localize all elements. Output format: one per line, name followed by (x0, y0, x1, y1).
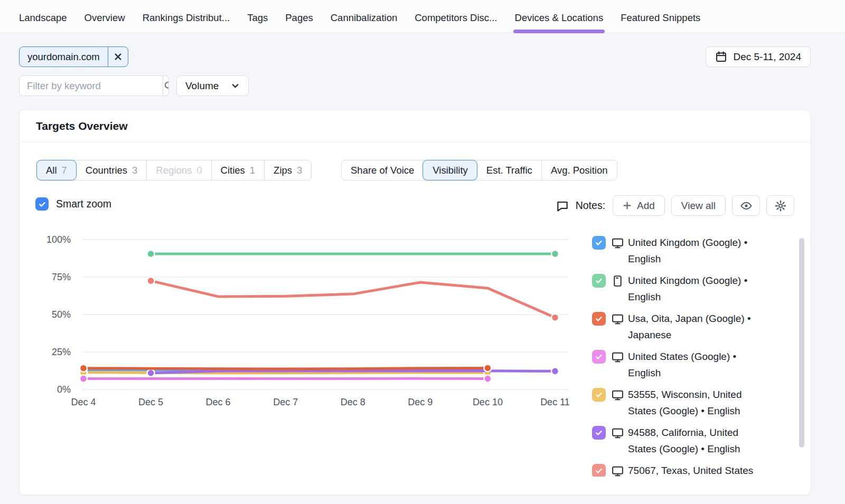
legend-item[interactable]: United States (Google) • English (592, 348, 803, 381)
close-icon[interactable] (108, 47, 128, 66)
legend-checkbox[interactable] (592, 464, 606, 477)
metric-tab-label: Est. Traffic (486, 165, 532, 176)
nav-tab-featured-snippets[interactable]: Featured Snippets (621, 3, 700, 33)
desktop-icon (611, 236, 624, 250)
location-filter-count: 0 (196, 165, 202, 176)
y-axis-tick: 100% (30, 233, 71, 246)
view-all-label: View all (681, 200, 716, 212)
toggle-notes-visibility-button[interactable] (732, 195, 760, 216)
chart-line (151, 281, 555, 318)
nav-tab-cannibalization[interactable]: Cannibalization (331, 3, 398, 33)
x-axis-tick: Dec 8 (324, 396, 382, 408)
top-nav: Landscape Overview Rankings Distribut...… (0, 0, 845, 33)
data-point (484, 364, 491, 372)
volume-dropdown[interactable]: Volume (176, 75, 249, 96)
nav-tab-rankings-distribut[interactable]: Rankings Distribut... (143, 3, 230, 33)
legend-checkbox[interactable] (592, 388, 606, 402)
chart-line (83, 373, 487, 373)
metric-tab-visibility[interactable]: Visibility (423, 160, 476, 180)
smart-zoom-checkbox[interactable] (35, 197, 49, 211)
domain-chip-label: yourdomain.com (20, 47, 108, 66)
gear-icon (774, 199, 787, 212)
chart-settings-button[interactable] (766, 195, 794, 216)
keyword-filter-input[interactable] (20, 76, 163, 96)
smart-zoom-toggle[interactable]: Smart zoom (35, 197, 111, 211)
desktop-icon (611, 312, 624, 326)
data-point (484, 375, 491, 383)
legend-checkbox[interactable] (592, 426, 606, 440)
legend-scrollbar[interactable] (799, 238, 804, 448)
smart-zoom-label: Smart zoom (56, 198, 111, 210)
location-filter-tab-regions[interactable]: Regions 0 (146, 160, 211, 180)
nav-tab-devices-locations[interactable]: Devices & Locations (515, 3, 604, 33)
legend-item-label: Usa, Oita, Japan (Google) • Japanese (628, 310, 769, 343)
nav-tab-tags[interactable]: Tags (247, 3, 268, 33)
data-point (551, 250, 559, 258)
nav-tab-pages[interactable]: Pages (285, 3, 313, 33)
legend-item-label: United Kingdom (Google) • English (628, 234, 769, 267)
legend-item[interactable]: 53555, Wisconsin, United States (Google)… (592, 386, 803, 419)
keyword-filter (19, 75, 169, 96)
add-note-button[interactable]: Add (613, 195, 665, 216)
check-icon (595, 467, 603, 475)
legend-item[interactable]: 75067, Texas, United States (Google) • E… (592, 462, 803, 477)
data-point (80, 366, 87, 374)
legend-checkbox[interactable] (592, 274, 606, 288)
card-header: Targets Overview (20, 110, 810, 142)
check-icon (595, 353, 603, 361)
nav-tab-label: Overview (84, 12, 125, 24)
legend-checkbox[interactable] (592, 312, 606, 326)
legend-checkbox[interactable] (592, 350, 606, 364)
location-filter-tab-all[interactable]: All 7 (37, 160, 76, 180)
location-filter-tab-zips[interactable]: Zips 3 (264, 160, 311, 180)
legend-item-label: 75067, Texas, United States (Google) • E… (628, 462, 769, 477)
metric-tab-label: Avg. Position (551, 165, 608, 176)
add-note-label: Add (637, 200, 655, 212)
location-filter-label: Regions (156, 165, 192, 176)
legend-item-label: 53555, Wisconsin, United States (Google)… (628, 386, 769, 419)
legend-checkbox[interactable] (592, 236, 606, 250)
data-point (80, 369, 87, 376)
location-filter-tab-cities[interactable]: Cities 1 (211, 160, 265, 180)
legend-item[interactable]: Usa, Oita, Japan (Google) • Japanese (592, 310, 803, 343)
legend-item[interactable]: 94588, California, United States (Google… (592, 424, 803, 457)
check-icon (595, 277, 603, 285)
location-filter-label: All (46, 165, 57, 176)
nav-tab-label: Tags (247, 12, 268, 24)
search-button[interactable] (163, 76, 169, 96)
notes-toolbar: Notes: Add View all (556, 195, 794, 216)
location-filter-count: 7 (62, 165, 67, 176)
location-filter-count: 3 (297, 165, 302, 176)
location-filter-group: All 7 Countries 3 Regions 0 Cities 1 Zip… (36, 160, 312, 180)
date-range-picker[interactable]: Dec 5-11, 2024 (706, 46, 811, 67)
metric-tab-share-of-voice[interactable]: Share of Voice (342, 160, 423, 180)
nav-tab-competitors-disc[interactable]: Competitors Disc... (415, 3, 497, 33)
notes-label: Notes: (576, 199, 605, 212)
nav-tab-landscape[interactable]: Landscape (19, 3, 67, 33)
data-point (80, 365, 87, 372)
card-title: Targets Overview (36, 120, 128, 132)
chart-legend: United Kingdom (Google) • English United… (592, 234, 803, 477)
desktop-icon (611, 350, 624, 364)
nav-tab-overview[interactable]: Overview (84, 3, 125, 33)
metric-tab-est-traffic[interactable]: Est. Traffic (477, 160, 541, 180)
domain-filter-chip[interactable]: yourdomain.com (19, 46, 128, 67)
check-icon (595, 315, 603, 323)
metric-tab-group: Share of Voice Visibility Est. Traffic A… (341, 160, 617, 180)
legend-item[interactable]: United Kingdom (Google) • English (592, 272, 803, 305)
search-icon (163, 80, 169, 91)
data-point (80, 375, 87, 383)
y-axis-tick: 25% (30, 346, 71, 358)
chart-line (151, 371, 555, 373)
legend-item-label: United States (Google) • English (628, 348, 769, 381)
location-filter-count: 3 (132, 165, 137, 176)
location-filter-tab-countries[interactable]: Countries 3 (76, 160, 146, 180)
x-axis-tick: Dec 10 (458, 396, 517, 408)
nav-tab-label: Competitors Disc... (415, 12, 497, 24)
targets-overview-card: Targets Overview All 7 Countries 3 Regio… (19, 110, 811, 495)
view-all-notes-button[interactable]: View all (671, 195, 726, 216)
location-filter-label: Zips (274, 165, 292, 176)
legend-item[interactable]: United Kingdom (Google) • English (592, 234, 803, 267)
metric-tab-avg-position[interactable]: Avg. Position (541, 160, 617, 180)
desktop-icon (611, 388, 624, 402)
